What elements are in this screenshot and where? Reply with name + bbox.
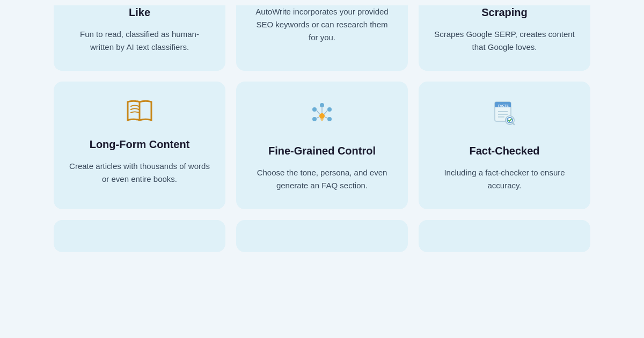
svg-line-11 (317, 117, 319, 118)
cards-row-3 (54, 220, 590, 252)
cards-row-2: Long-Form Content Create articles with t… (54, 82, 590, 209)
svg-point-2 (312, 107, 317, 112)
card-human-like: Like Fun to read, classified as human-wr… (54, 5, 225, 71)
card-scraping-title: Scraping (481, 5, 528, 19)
card-partial-1 (54, 220, 225, 252)
card-factchecked: FACTS Fact-Checked Including a fact-chec… (419, 82, 590, 209)
svg-point-4 (327, 107, 332, 112)
card-longform-title: Long-Form Content (90, 137, 190, 151)
facts-icon: FACTS (489, 99, 519, 133)
svg-line-9 (324, 111, 327, 114)
card-longform-desc: Create articles with thousands of words … (69, 160, 210, 186)
svg-line-7 (317, 111, 320, 114)
svg-rect-13 (321, 120, 323, 121)
svg-rect-12 (320, 118, 324, 120)
card-finegrained: Fine-Grained Control Choose the tone, pe… (236, 82, 408, 209)
card-longform: Long-Form Content Create articles with t… (54, 82, 225, 209)
card-human-like-desc: Fun to read, classified as human-written… (69, 28, 210, 54)
card-scraping: Scraping Scrapes Google SERP, creates co… (419, 5, 590, 71)
brain-network-icon (307, 99, 337, 133)
card-factchecked-title: Fact-Checked (469, 144, 539, 158)
book-icon (126, 99, 153, 127)
card-human-like-title: Like (129, 5, 150, 19)
svg-point-3 (320, 103, 324, 107)
card-partial-3 (419, 220, 590, 252)
card-factchecked-desc: Including a fact-checker to ensure accur… (434, 166, 575, 192)
page-wrapper: Like Fun to read, classified as human-wr… (0, 0, 644, 338)
card-seo-desc: AutoWrite incorporates your provided SEO… (251, 5, 393, 44)
svg-point-5 (327, 117, 332, 121)
svg-point-6 (312, 117, 317, 121)
svg-line-10 (325, 117, 327, 118)
card-finegrained-desc: Choose the tone, persona, and even gener… (251, 166, 393, 192)
cards-row-1: Like Fun to read, classified as human-wr… (54, 5, 590, 71)
card-seo: AutoWrite incorporates your provided SEO… (236, 5, 408, 71)
card-scraping-desc: Scrapes Google SERP, creates content tha… (434, 28, 575, 54)
card-finegrained-title: Fine-Grained Control (268, 144, 376, 158)
card-partial-2 (236, 220, 408, 252)
svg-text:FACTS: FACTS (498, 104, 509, 107)
